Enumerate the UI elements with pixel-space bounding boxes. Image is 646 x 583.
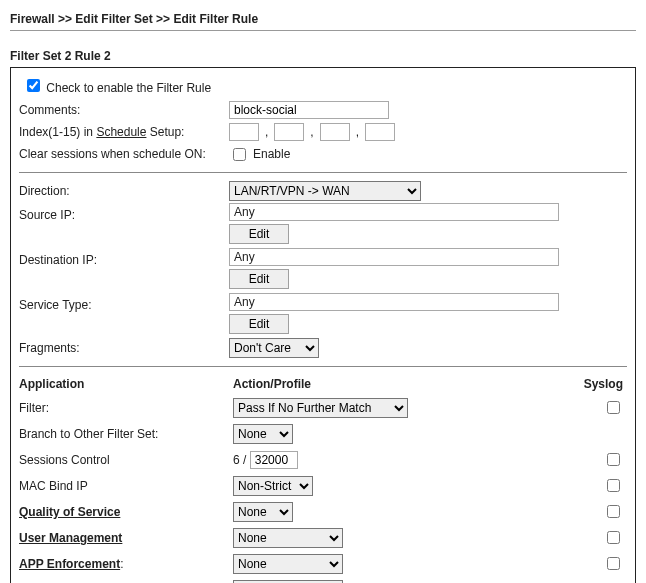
clear-sessions-option-label: Enable (253, 147, 290, 161)
comments-input[interactable] (229, 101, 389, 119)
service-type-label: Service Type: (19, 293, 229, 315)
destination-ip-label: Destination IP: (19, 248, 229, 270)
source-ip-label: Source IP: (19, 203, 229, 225)
macbind-syslog-checkbox[interactable] (607, 479, 620, 492)
row-appe: APP Enforcement: None (19, 551, 627, 577)
clear-sessions-checkbox[interactable] (233, 148, 246, 161)
row-macbind: MAC Bind IP Non-Strict (19, 473, 627, 499)
row-urlcf: URL Content Filter: 1-social (19, 577, 627, 583)
fragments-label: Fragments: (19, 338, 229, 358)
rule-box: Check to enable the Filter Rule Comments… (10, 67, 636, 583)
source-ip-edit-button[interactable]: Edit (229, 224, 289, 244)
filter-syslog-checkbox[interactable] (607, 401, 620, 414)
index-2-input[interactable] (274, 123, 304, 141)
row-branch: Branch to Other Filter Set: None (19, 421, 627, 447)
enable-checkbox[interactable] (27, 79, 40, 92)
divider-2 (19, 366, 627, 367)
qos-link[interactable]: Quality of Service (19, 505, 120, 519)
sessions-syslog-checkbox[interactable] (607, 453, 620, 466)
qos-select[interactable]: None (233, 502, 293, 522)
usermgmt-select[interactable]: None (233, 528, 343, 548)
row-filter: Filter: Pass If No Further Match (19, 395, 627, 421)
appe-syslog-checkbox[interactable] (607, 557, 620, 570)
macbind-select[interactable]: Non-Strict (233, 476, 313, 496)
row-sessions: Sessions Control 6 / (19, 447, 627, 473)
index-1-input[interactable] (229, 123, 259, 141)
direction-label: Direction: (19, 181, 229, 201)
appe-select[interactable]: None (233, 554, 343, 574)
sessions-current: 6 (233, 453, 240, 467)
clear-sessions-label: Clear sessions when schedule ON: (19, 144, 229, 164)
index-label-post: Setup: (146, 125, 184, 139)
breadcrumb: Firewall >> Edit Filter Set >> Edit Filt… (10, 12, 636, 31)
schedule-link[interactable]: Schedule (96, 125, 146, 139)
filter-select[interactable]: Pass If No Further Match (233, 398, 408, 418)
index-4-input[interactable] (365, 123, 395, 141)
comments-label: Comments: (19, 100, 229, 120)
sessions-max-input[interactable] (250, 451, 298, 469)
header-application: Application (19, 375, 233, 395)
row-usermgmt: User Management None (19, 525, 627, 551)
index-3-input[interactable] (320, 123, 350, 141)
usermgmt-link[interactable]: User Management (19, 531, 122, 545)
fragments-select[interactable]: Don't Care (229, 338, 319, 358)
destination-ip-edit-button[interactable]: Edit (229, 269, 289, 289)
service-type-edit-button[interactable]: Edit (229, 314, 289, 334)
app-table: Application Action/Profile Syslog Filter… (19, 375, 627, 583)
branch-select[interactable]: None (233, 424, 293, 444)
enable-label: Check to enable the Filter Rule (46, 81, 211, 95)
page-title: Filter Set 2 Rule 2 (10, 49, 636, 63)
direction-select[interactable]: LAN/RT/VPN -> WAN (229, 181, 421, 201)
qos-syslog-checkbox[interactable] (607, 505, 620, 518)
header-action-profile: Action/Profile (233, 375, 568, 395)
divider-1 (19, 172, 627, 173)
destination-ip-value: Any (229, 248, 559, 266)
row-qos: Quality of Service None (19, 499, 627, 525)
appe-link[interactable]: APP Enforcement (19, 557, 120, 571)
service-type-value: Any (229, 293, 559, 311)
index-label-pre: Index(1-15) in (19, 125, 96, 139)
usermgmt-syslog-checkbox[interactable] (607, 531, 620, 544)
header-syslog: Syslog (568, 375, 627, 395)
source-ip-value: Any (229, 203, 559, 221)
